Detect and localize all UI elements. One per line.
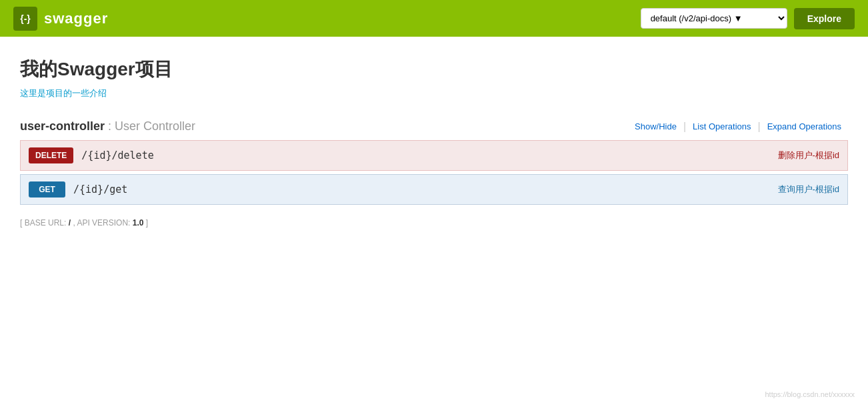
main-content: 我的Swagger项目 这里是项目的一些介绍 user-controller :… <box>0 37 868 405</box>
header-left: {-} swagger <box>13 7 108 31</box>
controller-name-bold: user-controller <box>20 119 105 133</box>
api-url-select[interactable]: default (/v2/api-docs) ▼ <box>641 8 787 29</box>
explore-button[interactable]: Explore <box>794 8 855 29</box>
controller-actions: Show/Hide | List Operations | Expand Ope… <box>628 121 848 133</box>
base-url-value: / <box>69 218 71 228</box>
controller-header: user-controller : User Controller Show/H… <box>20 119 848 133</box>
get-endpoint-path: /{id}/get <box>73 183 127 195</box>
endpoint-row-get[interactable]: GET /{id}/get 查询用户-根据id <box>20 174 848 205</box>
show-hide-link[interactable]: Show/Hide <box>628 121 683 131</box>
list-operations-link[interactable]: List Operations <box>686 121 757 131</box>
delete-method-badge: DELETE <box>29 147 73 163</box>
footer-info: [ BASE URL: / , API VERSION: 1.0 ] <box>20 218 848 228</box>
get-endpoint-desc: 查询用户-根据id <box>778 183 839 195</box>
endpoint-left-delete: DELETE /{id}/delete <box>29 147 154 163</box>
controller-name: user-controller : User Controller <box>20 119 195 133</box>
endpoint-row-delete[interactable]: DELETE /{id}/delete 删除用户-根据id <box>20 140 848 171</box>
watermark: https://blog.csdn.net/xxxxxx <box>765 390 855 398</box>
swagger-title: swagger <box>44 10 108 27</box>
header-center: default (/v2/api-docs) ▼ Explore <box>641 8 855 29</box>
api-version-separator: , API VERSION: <box>73 218 132 228</box>
project-description: 这里是项目的一些介绍 <box>20 87 848 99</box>
swagger-logo-icon: {-} <box>13 7 37 31</box>
footer-suffix: ] <box>146 218 148 228</box>
api-version-value: 1.0 <box>133 218 144 228</box>
delete-endpoint-desc: 删除用户-根据id <box>778 149 839 161</box>
expand-operations-link[interactable]: Expand Operations <box>761 121 848 131</box>
base-url-prefix: [ BASE URL: <box>20 218 69 228</box>
endpoint-left-get: GET /{id}/get <box>29 181 127 197</box>
controller-name-desc: User Controller <box>115 119 195 133</box>
project-title: 我的Swagger项目 <box>20 57 848 82</box>
controller-section: user-controller : User Controller Show/H… <box>20 119 848 205</box>
delete-endpoint-path: /{id}/delete <box>81 149 153 161</box>
controller-name-separator: : <box>108 119 115 133</box>
get-method-badge: GET <box>29 181 65 197</box>
header: {-} swagger default (/v2/api-docs) ▼ Exp… <box>0 0 868 37</box>
